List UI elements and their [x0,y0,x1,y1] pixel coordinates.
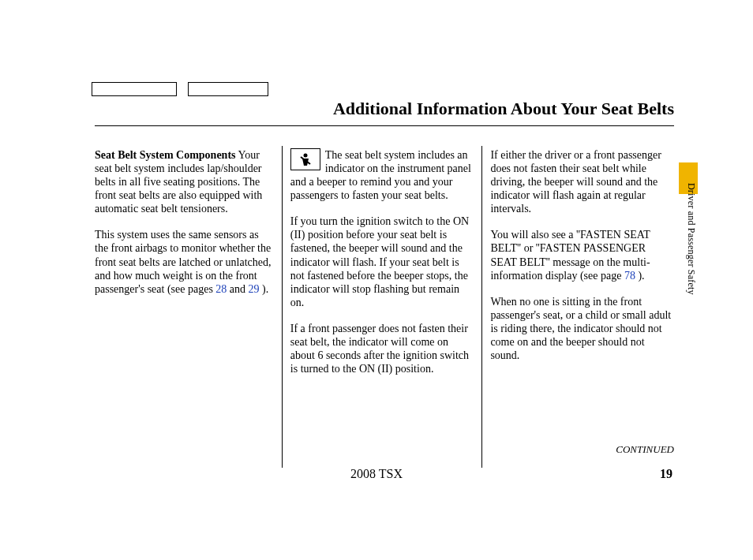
col1-subhead: Seat Belt System Components [95,149,236,161]
continued-label: CONTINUED [616,443,674,456]
svg-point-0 [303,154,307,158]
placeholder-box-2 [188,82,268,96]
column-divider-2 [481,146,482,468]
title-rule [95,125,674,126]
col3-p1: If either the driver or a front passenge… [490,148,674,215]
title-row: Additional Information About Your Seat B… [95,99,674,126]
col1-p1: Seat Belt System Components Your seat be… [95,148,274,215]
footer-page-number: 19 [660,467,672,481]
columns: Seat Belt System Components Your seat be… [95,148,674,468]
page-title: Additional Information About Your Seat B… [95,99,674,124]
col3-p2b: ). [635,270,645,282]
manual-page: Additional Information About Your Seat B… [0,0,753,560]
seatbelt-indicator-icon [290,148,320,170]
column-2: The seat belt system includes an indicat… [290,148,474,468]
col1-and: and [227,283,248,295]
col1-p2: This system uses the same sensors as the… [95,228,274,295]
column-3: If either the driver or a front passenge… [490,148,674,468]
col2-p2: If you turn the ignition switch to the O… [290,215,474,309]
footer-model: 2008 TSX [0,467,753,481]
placeholder-box-1 [92,82,177,96]
col2-p3: If a front passenger does not fasten the… [290,322,474,375]
section-label: Driver and Passenger Safety [685,183,697,295]
column-divider-1 [282,146,283,468]
page-link-78[interactable]: 78 [624,270,635,282]
page-link-29[interactable]: 29 [249,283,260,295]
column-1: Seat Belt System Components Your seat be… [95,148,274,468]
col2-p1: The seat belt system includes an indicat… [290,148,474,202]
col3-p2: You will also see a ''FASTEN SEAT BELT''… [490,228,674,282]
top-placeholder-boxes [92,82,268,96]
col3-p3: When no one is sitting in the front pass… [490,295,674,362]
page-link-28[interactable]: 28 [215,283,227,295]
col1-p2b: ). [260,283,269,295]
